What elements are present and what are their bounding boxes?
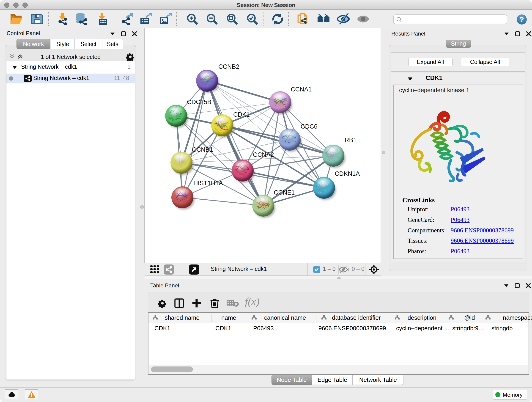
svg-text:CDKN1A: CDKN1A xyxy=(335,170,360,177)
svg-text:RB1: RB1 xyxy=(345,137,357,143)
svg-text:CDK1: CDK1 xyxy=(233,111,250,118)
svg-text:HIST1H1A: HIST1H1A xyxy=(193,180,223,186)
svg-text:CDC6: CDC6 xyxy=(301,123,317,130)
svg-text:CCNB1: CCNB1 xyxy=(192,146,213,153)
svg-text:CDC25B: CDC25B xyxy=(187,99,211,105)
svg-text:CCNA1: CCNA1 xyxy=(291,86,312,93)
svg-text:CCNA2: CCNA2 xyxy=(253,151,274,158)
svg-text:CCNB2: CCNB2 xyxy=(218,63,239,70)
svg-text:CCNE1: CCNE1 xyxy=(274,189,295,196)
